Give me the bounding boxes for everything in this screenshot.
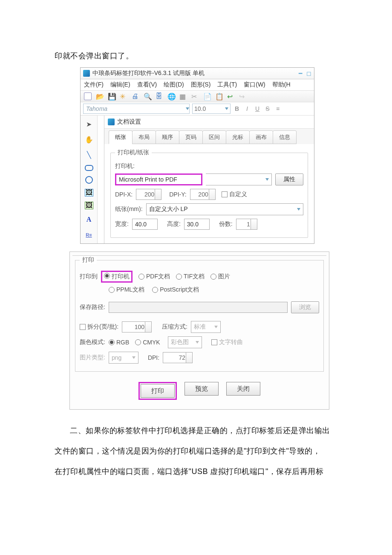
dpix-spinner[interactable]: 200 [136, 189, 161, 200]
roundrect-icon[interactable] [85, 165, 93, 171]
open-icon[interactable]: 📂 [96, 92, 104, 100]
dpi-spinner[interactable]: 72 [163, 352, 193, 363]
radio-ppml[interactable] [109, 287, 115, 293]
preview-button[interactable]: 预览 [184, 382, 219, 396]
paste-icon[interactable]: 📋 [215, 92, 223, 100]
menu-view[interactable]: 查看(V) [135, 80, 159, 90]
font-size-combo[interactable]: 10.0 [192, 104, 231, 114]
text-curve-wrap[interactable]: 文字转曲 [211, 338, 243, 346]
radio-pdf[interactable] [138, 274, 144, 280]
radio-rgb[interactable] [109, 339, 115, 345]
radio-cmyk[interactable] [135, 339, 141, 345]
color-combo[interactable]: 彩色图 [168, 336, 202, 348]
save-icon[interactable]: 💾 [108, 92, 115, 100]
tab-paper[interactable]: 纸张 [109, 130, 133, 144]
database-icon[interactable]: 🗄 [156, 92, 163, 100]
split-spinner[interactable]: 100 [122, 321, 152, 332]
paper-size-value: 自定义大小 LP [149, 205, 188, 213]
strike-button[interactable]: S [264, 105, 271, 112]
copies-spinner[interactable]: 1 [236, 219, 257, 230]
tab-info[interactable]: 信息 [273, 130, 297, 144]
globe-icon[interactable]: 🌐 [167, 92, 175, 100]
save-path-input[interactable] [109, 302, 288, 313]
split-checkbox-wrap[interactable]: 拆分(页/批): [80, 323, 118, 331]
radio-postscript[interactable] [152, 287, 158, 293]
redo-icon[interactable]: ↪ [239, 92, 247, 100]
copy-icon[interactable]: 📄 [203, 92, 211, 100]
browse-button[interactable]: 浏览 [291, 301, 319, 313]
grid-icon[interactable]: ▦ [179, 92, 187, 100]
menu-draw[interactable]: 绘图(D) [162, 80, 185, 90]
cut-icon[interactable]: ✂ [191, 92, 199, 100]
text-A-icon[interactable]: A [84, 214, 94, 225]
custom-checkbox-wrap[interactable]: 自定义 [222, 191, 247, 198]
main-toolbar: 📂 💾 ✳ 🖨 🔍 🗄 🌐 ▦ ✂ 📄 📋 ↩ ↪ [81, 91, 314, 102]
tab-range[interactable]: 区间 [202, 130, 226, 144]
tab-layout[interactable]: 布局 [132, 130, 156, 144]
split-checkbox[interactable] [80, 324, 86, 330]
arrow-icon[interactable]: ➤ [84, 119, 94, 129]
font-family-combo[interactable]: Tahoma [83, 104, 190, 114]
text-curve-checkbox[interactable] [211, 339, 217, 345]
radio-image[interactable] [210, 274, 216, 280]
gear-icon[interactable]: ✳ [120, 92, 127, 100]
radio-img-wrap[interactable]: 图片 [210, 273, 230, 280]
radio-cmyk-wrap[interactable]: CMYK [135, 339, 160, 346]
italic-button[interactable]: I [243, 105, 251, 112]
text-effect-icon[interactable]: ≡ [274, 105, 282, 112]
new-icon[interactable] [84, 92, 92, 100]
width-input[interactable]: 40.0 [132, 219, 158, 230]
menu-file[interactable]: 文件(F) [82, 80, 105, 90]
line-icon[interactable]: ╲ [84, 150, 94, 160]
minimize-icon[interactable]: ━ [299, 70, 302, 77]
paper-size-combo[interactable]: 自定义大小 LP [146, 203, 303, 215]
highlight-print-button: 打印 [138, 382, 177, 400]
picture-icon[interactable]: 🖼 [85, 189, 93, 197]
menu-edit[interactable]: 编辑(E) [109, 80, 132, 90]
dpiy-label: DPI-Y: [169, 191, 186, 198]
dpiy-spinner[interactable]: 200 [190, 189, 216, 200]
tab-page[interactable]: 页码 [179, 130, 203, 144]
undo-icon[interactable]: ↩ [227, 92, 235, 100]
ellipse-icon[interactable] [85, 176, 93, 184]
compress-combo[interactable]: 标准 [191, 321, 221, 333]
dpi-label: DPI: [148, 354, 159, 361]
screenshot-app-window: 中琅条码标签打印软件-V6.3.1 试用版 单机 ━ ◻ 文件(F) 编辑(E)… [80, 67, 314, 244]
image2-icon[interactable]: 🖼 [85, 202, 93, 209]
menu-help[interactable]: 帮助(H [271, 80, 292, 90]
menu-tool[interactable]: 工具(T) [216, 80, 239, 90]
print-group: 打印 打印到 打印机 PDF文档 TIF文档 图片 PPML文档 PostScr… [75, 260, 324, 372]
body-paragraph-4: 在打印机属性中的端口页面，端口选择"USB 虚拟打印机端口"，保存后再用标 [55, 462, 337, 480]
menu-shape[interactable]: 图形(S) [189, 80, 213, 90]
chevron-down-icon [297, 208, 300, 211]
close-button[interactable]: 关闭 [226, 382, 260, 396]
radio-tif[interactable] [176, 274, 182, 280]
printer-value: Microsoft Print to PDF [119, 176, 177, 183]
properties-button[interactable]: 属性 [275, 173, 303, 185]
radio-ppml-wrap[interactable]: PPML文档 [109, 286, 144, 294]
print-icon[interactable]: 🖨 [132, 92, 139, 100]
tab-canvas[interactable]: 画布 [249, 130, 273, 144]
custom-checkbox[interactable] [222, 191, 228, 197]
bold-button[interactable]: B [233, 105, 241, 112]
tab-cursor[interactable]: 光标 [226, 130, 250, 144]
radio-ps-wrap[interactable]: PostScript文档 [152, 286, 199, 294]
imgtype-combo[interactable]: png [109, 352, 138, 364]
menubar: 文件(F) 编辑(E) 查看(V) 绘图(D) 图形(S) 工具(T) 窗口(W… [81, 79, 314, 91]
rich-text-icon[interactable]: R≡ [84, 230, 94, 240]
height-input[interactable]: 30.0 [184, 219, 210, 230]
underline-button[interactable]: U [254, 105, 261, 112]
print-button[interactable]: 打印 [141, 384, 175, 398]
tab-order[interactable]: 顺序 [156, 130, 179, 144]
printer-combo[interactable]: Microsoft Print to PDF [116, 175, 201, 184]
hand-icon[interactable]: ✋ [84, 134, 94, 145]
radio-pdf-wrap[interactable]: PDF文档 [138, 273, 170, 280]
zoom-icon[interactable]: 🔍 [144, 92, 151, 100]
radio-tif-wrap[interactable]: TIF文档 [176, 273, 205, 280]
radio-rgb-wrap[interactable]: RGB [109, 339, 129, 346]
radio-printer[interactable] [104, 273, 110, 279]
maximize-icon[interactable]: ◻ [306, 70, 311, 77]
imgtype-label: 图片类型: [80, 354, 105, 361]
menu-window[interactable]: 窗口(W) [242, 80, 267, 90]
printer-combo-ext[interactable] [206, 173, 272, 185]
